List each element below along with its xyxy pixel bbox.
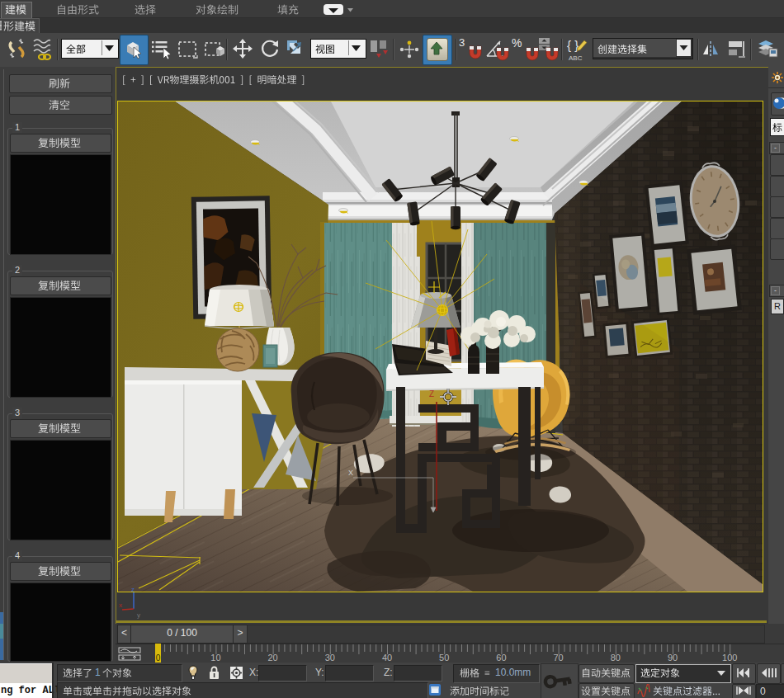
svg-text:70: 70 [553, 653, 563, 663]
svg-text:y: y [137, 611, 140, 619]
svg-text:z: z [131, 586, 135, 593]
svg-text:80: 80 [611, 653, 621, 663]
svg-text:{ }: { } [567, 38, 579, 52]
svg-text:Z: Z [429, 389, 434, 399]
svg-text:50: 50 [439, 653, 449, 663]
svg-text:60: 60 [496, 653, 506, 663]
svg-text:20: 20 [267, 653, 277, 663]
svg-text:10: 10 [210, 653, 220, 663]
svg-text:ABC: ABC [569, 54, 583, 62]
svg-text:100: 100 [722, 653, 737, 663]
svg-text:30: 30 [325, 653, 335, 663]
svg-text:0: 0 [156, 653, 161, 663]
svg-text:90: 90 [668, 653, 678, 663]
svg-text:40: 40 [382, 653, 392, 663]
svg-text:X: X [348, 469, 353, 477]
svg-text:x: x [119, 601, 122, 609]
